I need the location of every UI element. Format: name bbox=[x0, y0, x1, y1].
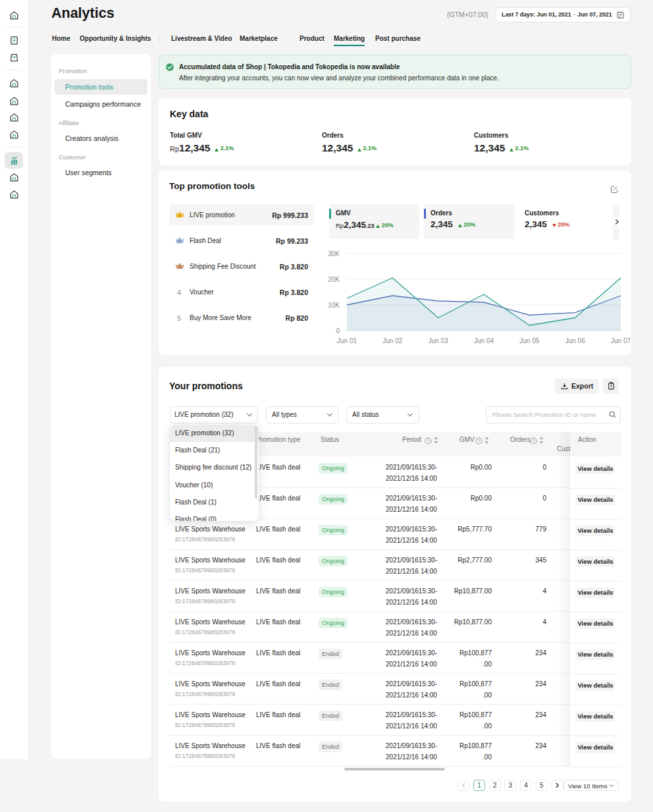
svg-text:10K: 10K bbox=[328, 302, 340, 309]
svg-text:?: ? bbox=[427, 439, 430, 443]
svg-text:?: ? bbox=[533, 439, 535, 443]
svg-text:?: ? bbox=[478, 439, 481, 443]
svg-text:1: 1 bbox=[179, 213, 181, 217]
svg-text:3: 3 bbox=[179, 265, 181, 269]
svg-text:Jun 02: Jun 02 bbox=[382, 337, 402, 344]
svg-text:Jun 04: Jun 04 bbox=[474, 337, 494, 344]
svg-text:Jun 07: Jun 07 bbox=[611, 337, 631, 344]
svg-text:20K: 20K bbox=[328, 276, 340, 283]
svg-text:2: 2 bbox=[179, 239, 181, 243]
svg-text:Jun 03: Jun 03 bbox=[429, 337, 448, 344]
svg-text:Jun 06: Jun 06 bbox=[565, 337, 585, 344]
svg-text:30K: 30K bbox=[328, 250, 340, 257]
svg-text:0: 0 bbox=[336, 327, 340, 335]
svg-text:Jun 01: Jun 01 bbox=[337, 337, 357, 344]
svg-text:Jun 05: Jun 05 bbox=[519, 337, 539, 344]
